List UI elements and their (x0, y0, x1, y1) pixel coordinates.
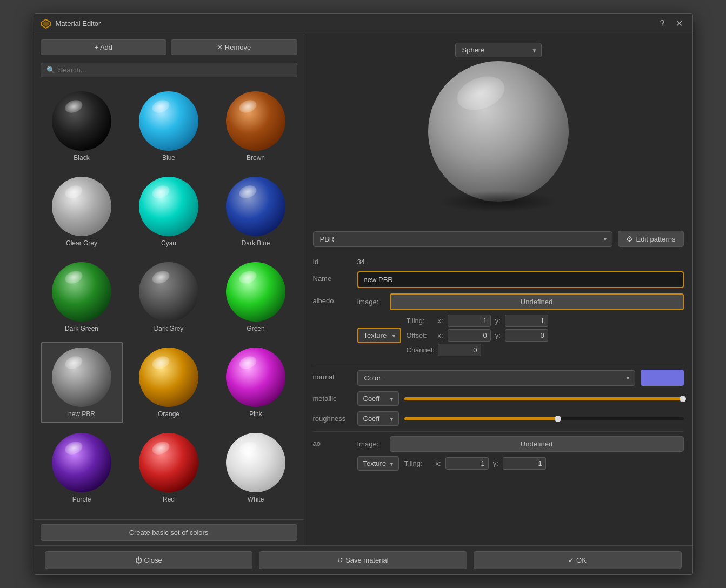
metallic-slider[interactable] (404, 393, 684, 404)
list-item[interactable]: Orange (128, 342, 210, 423)
sphere-highlight (237, 183, 258, 201)
normal-color-dropdown[interactable]: Color Texture (357, 370, 635, 386)
ao-tiling-row: Tiling: x: y: (404, 457, 546, 470)
material-sphere-green (226, 262, 285, 322)
offset-x-input[interactable] (448, 329, 491, 342)
texture-dropdown[interactable]: Texture (357, 328, 401, 343)
create-basic-set-button[interactable]: Create basic set of colors (41, 524, 297, 541)
sphere-highlight (150, 269, 171, 286)
offset-y-input[interactable] (505, 329, 548, 342)
list-item[interactable]: Dark Grey (128, 257, 210, 338)
list-item[interactable]: Clear Grey (41, 171, 123, 252)
close-window-button[interactable]: ✕ (672, 17, 686, 30)
material-sphere-cyan (139, 177, 198, 236)
ao-tiling-label: Tiling: (404, 459, 431, 467)
sphere-highlight (237, 98, 258, 115)
metallic-row: metallic Coeff Texture ▼ (313, 391, 684, 406)
tiling-x-input[interactable] (448, 315, 491, 327)
material-sphere-orange (139, 348, 198, 407)
help-button[interactable]: ? (657, 17, 668, 30)
material-sphere-cleargrey (52, 177, 111, 236)
ao-texture-dropdown[interactable]: Texture (357, 456, 399, 471)
sphere-highlight (63, 269, 84, 286)
shader-dropdown-wrapper: PBR Unlit Standard ▼ (313, 231, 612, 247)
list-item[interactable]: Purple (41, 427, 123, 509)
preview-sphere-shadow (439, 191, 558, 212)
material-label: Dark Green (65, 325, 98, 332)
material-label: Red (163, 496, 175, 503)
save-material-button[interactable]: ↺ Save material (259, 551, 467, 569)
list-item[interactable]: Dark Green (41, 257, 123, 338)
sphere-highlight (237, 354, 258, 371)
roughness-slider-thumb[interactable] (555, 416, 561, 422)
list-item[interactable]: White (215, 427, 297, 509)
bottom-buttons: ⏻ Close ↺ Save material ✓ OK (34, 545, 692, 574)
id-label: Id (313, 255, 351, 266)
sphere-highlight (63, 354, 84, 371)
list-item[interactable]: new PBR (41, 342, 123, 423)
offset-y-label: y: (495, 331, 501, 339)
remove-button[interactable]: ✕ Remove (171, 39, 297, 55)
list-item[interactable]: Black (41, 86, 123, 167)
roughness-coeff-dropdown[interactable]: Coeff Texture (357, 411, 399, 426)
list-item[interactable]: Pink (215, 342, 297, 423)
sphere-highlight (150, 354, 171, 371)
roughness-content: Coeff Texture ▼ (357, 411, 684, 426)
material-sphere-darkgrey (139, 262, 198, 322)
preview-shape-dropdown[interactable]: Sphere Cube Plane (455, 43, 542, 57)
close-button[interactable]: ⏻ Close (45, 551, 253, 569)
material-sphere-purple (52, 433, 111, 492)
edit-patterns-button[interactable]: ⚙ Edit patterns (618, 231, 684, 247)
albedo-label: albedo (313, 293, 351, 305)
list-item[interactable]: Green (215, 257, 297, 338)
ao-tiling-x-label: x: (436, 459, 441, 467)
search-input[interactable] (58, 66, 291, 74)
ok-button[interactable]: ✓ OK (474, 551, 682, 569)
preview-sphere-highlight (452, 70, 509, 116)
normal-color-swatch[interactable] (641, 370, 684, 386)
list-item[interactable]: Dark Blue (215, 171, 297, 252)
name-input[interactable] (357, 271, 684, 288)
id-value: 34 (357, 255, 365, 266)
roughness-slider[interactable] (404, 413, 684, 424)
edit-patterns-label: Edit patterns (636, 235, 676, 243)
shader-dropdown[interactable]: PBR Unlit Standard (313, 231, 612, 247)
panel-toolbar: + Add ✕ Remove (34, 34, 304, 61)
material-label: Pink (249, 410, 262, 418)
material-label: Blue (162, 154, 175, 162)
ao-tiling-y-input[interactable] (503, 457, 546, 470)
image-label: Image: (357, 298, 384, 306)
list-item[interactable]: Red (128, 427, 210, 509)
ao-undefined-button[interactable]: Undefined (390, 436, 684, 452)
metallic-coeff-dropdown-wrapper: Coeff Texture ▼ (357, 391, 399, 406)
list-item[interactable]: Cyan (128, 171, 210, 252)
metallic-slider-track (404, 397, 684, 400)
add-button[interactable]: + Add (41, 39, 167, 55)
material-label: Purple (72, 496, 91, 503)
divider (313, 431, 684, 432)
material-label: White (248, 496, 264, 503)
ao-tiling-y-label: y: (493, 459, 498, 467)
tiling-label: Tiling: (407, 317, 434, 325)
list-item[interactable]: Blue (128, 86, 210, 167)
list-item[interactable]: Brown (215, 86, 297, 167)
channel-label: Channel: (407, 346, 434, 354)
preview-sphere (428, 61, 569, 202)
color-dropdown-wrapper: Color Texture ▼ (357, 370, 635, 386)
metallic-coeff-dropdown[interactable]: Coeff Texture (357, 391, 399, 406)
metallic-slider-thumb[interactable] (680, 396, 686, 402)
material-sphere-darkgreen (52, 262, 111, 322)
material-label: Brown (247, 154, 265, 162)
sphere-highlight (237, 439, 258, 457)
app-icon (41, 18, 51, 29)
roughness-slider-track (404, 417, 684, 420)
material-label: Green (247, 325, 264, 332)
roughness-label: roughness (313, 411, 351, 423)
search-bar: 🔍 (34, 61, 304, 82)
sphere-highlight (63, 183, 84, 201)
roughness-coeff-dropdown-wrapper: Coeff Texture ▼ (357, 411, 399, 426)
undefined-image-button[interactable]: Undefined (390, 293, 684, 310)
ao-tiling-x-input[interactable] (445, 457, 489, 470)
tiling-y-input[interactable] (505, 315, 548, 327)
channel-input[interactable] (438, 344, 481, 356)
